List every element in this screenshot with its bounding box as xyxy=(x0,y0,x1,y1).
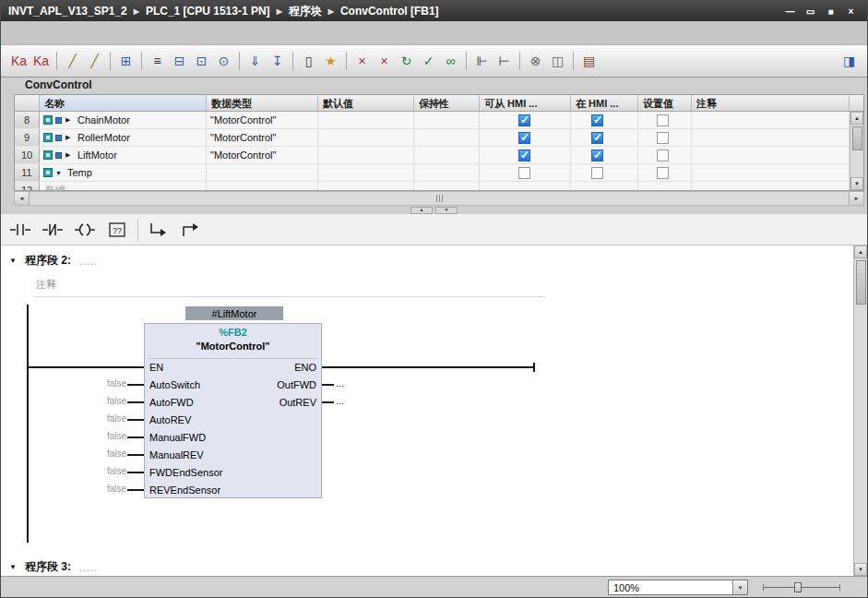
download-icon[interactable]: ⇓ xyxy=(244,51,266,72)
variable-datatype[interactable]: "MotorControl" xyxy=(207,112,318,128)
add-new-label[interactable]: 新增 xyxy=(43,184,64,191)
hmi-visible-checkbox[interactable] xyxy=(591,114,603,126)
zoom-slider[interactable] xyxy=(759,581,844,593)
keep-symbolic-operands-icon[interactable]: Ka xyxy=(30,51,52,72)
scroll-down-icon[interactable]: ▼ xyxy=(850,177,863,190)
setpoint-checkbox[interactable] xyxy=(657,114,669,126)
pin-input[interactable]: REVEndSensor xyxy=(149,482,220,499)
variable-name-cell[interactable]: ▶ ChainMotor xyxy=(40,112,207,128)
network-overview-icon[interactable]: ≡ xyxy=(147,51,168,72)
column-header-datatype[interactable]: 数据类型 xyxy=(207,95,318,111)
input-operand-value[interactable]: false xyxy=(84,394,126,409)
scroll-down-icon[interactable]: ▼ xyxy=(854,563,867,576)
maximize-icon[interactable]: ■ xyxy=(822,5,839,18)
comment-cell[interactable] xyxy=(692,164,850,181)
variable-name-cell[interactable]: 新增 xyxy=(40,182,207,190)
scroll-thumb[interactable] xyxy=(856,260,866,305)
variable-datatype[interactable]: "MotorControl" xyxy=(207,129,318,146)
scroll-thumb[interactable] xyxy=(852,126,862,150)
monitoring-icon[interactable]: ∞ xyxy=(440,51,461,72)
close-icon[interactable]: × xyxy=(842,5,860,18)
default-value-cell[interactable] xyxy=(318,147,414,163)
compare-icon[interactable]: ◫ xyxy=(547,51,568,72)
table-row[interactable]: 10 ▶ LiftMotor "MotorControl" xyxy=(15,147,850,164)
column-header-setpoint[interactable]: 设置值 xyxy=(638,95,692,111)
setpoint-checkbox[interactable] xyxy=(657,167,669,179)
call-structure-icon[interactable]: ⊢ xyxy=(493,51,515,72)
pin-output[interactable]: OutREV xyxy=(279,394,316,412)
restore-icon[interactable]: ▭ xyxy=(802,5,819,18)
network-collapse-icon[interactable]: ▼ xyxy=(9,563,17,571)
update-block-calls-icon[interactable]: ↻ xyxy=(396,51,417,72)
outrev-dangling[interactable]: ... xyxy=(336,395,344,406)
previous-error-icon[interactable]: × xyxy=(351,51,373,72)
table-row[interactable]: 9 ▶ RollerMotor "MotorControl" xyxy=(15,129,850,147)
scroll-right-icon[interactable]: ► xyxy=(849,192,863,205)
hmi-accessible-checkbox[interactable] xyxy=(518,114,530,126)
hmi-visible-checkbox[interactable] xyxy=(591,150,603,161)
default-value-cell[interactable] xyxy=(318,164,414,181)
scroll-up-icon[interactable]: ▲ xyxy=(850,112,863,125)
absolute-info-icon[interactable]: ⊩ xyxy=(471,51,493,72)
breadcrumb-block[interactable]: ConvControl [FB1] xyxy=(340,5,439,18)
column-header-retain[interactable]: 保持性 xyxy=(414,95,480,111)
scroll-track[interactable] xyxy=(30,195,849,202)
variable-name-cell[interactable]: ▶ LiftMotor xyxy=(40,147,207,163)
comment-cell[interactable] xyxy=(692,129,850,146)
close-branch-button[interactable] xyxy=(176,217,206,242)
retain-cell[interactable] xyxy=(414,164,480,181)
column-header-name[interactable]: 名称 xyxy=(40,95,207,111)
setpoint-checkbox[interactable] xyxy=(657,132,669,144)
table-horizontal-scrollbar[interactable]: ◄ ► xyxy=(14,191,864,206)
library-view-icon[interactable]: ▤ xyxy=(578,51,600,72)
instance-label[interactable]: #LiftMotor xyxy=(185,306,283,320)
default-value-cell[interactable] xyxy=(318,112,414,128)
table-row-add-new[interactable]: 12 新增 xyxy=(15,182,850,190)
pin-input[interactable]: AutoSwitch xyxy=(149,377,200,394)
variable-datatype[interactable] xyxy=(207,164,318,181)
expand-arrow-icon[interactable]: ▶ xyxy=(65,116,74,124)
rename-tag-icon[interactable]: ╱ xyxy=(62,51,83,72)
input-operand-value[interactable]: false xyxy=(84,464,126,479)
split-editor-space-icon[interactable]: ◨ xyxy=(838,51,860,72)
input-operand-value[interactable]: false xyxy=(84,412,126,426)
retain-cell[interactable] xyxy=(414,129,480,146)
table-row[interactable]: 8 ▶ ChainMotor "MotorControl" xyxy=(15,112,850,129)
network-2-header[interactable]: ▼ 程序段 2: ..... xyxy=(1,245,853,271)
hmi-visible-checkbox[interactable] xyxy=(591,167,603,179)
setpoint-checkbox[interactable] xyxy=(657,150,669,161)
expand-arrow-icon[interactable]: ▶ xyxy=(65,134,74,141)
pin-input[interactable]: AutoREV xyxy=(149,412,191,429)
open-branch-button[interactable] xyxy=(144,217,173,242)
zoom-slider-handle[interactable] xyxy=(794,582,802,592)
breadcrumb-program-blocks[interactable]: 程序块 xyxy=(289,4,322,19)
variable-datatype[interactable]: "MotorControl" xyxy=(207,147,318,163)
pin-input[interactable]: ManualREV xyxy=(149,447,204,464)
column-header-comment[interactable]: 注释 xyxy=(692,95,850,111)
network-comments-icon[interactable]: ⊙ xyxy=(213,51,234,72)
editor-canvas[interactable]: ▼ 程序段 2: ..... 注释 #LiftMotor %FB2 "Motor… xyxy=(1,245,853,576)
breadcrumb-project[interactable]: INVT_APL_V13_SP1_2 xyxy=(8,5,127,18)
input-operand-value[interactable]: false xyxy=(84,429,126,444)
network-3-header[interactable]: ▼ 程序段 3: ..... xyxy=(1,552,853,576)
column-header-hmi-visible[interactable]: 在 HMI ... xyxy=(571,95,638,111)
table-row-section-temp[interactable]: 11 ▼ Temp xyxy=(15,164,850,182)
rewire-tag-icon[interactable]: ╱ xyxy=(84,51,105,72)
pin-output[interactable]: OutFWD xyxy=(277,377,316,394)
network-2-comment[interactable]: 注释 xyxy=(1,271,853,296)
favorites-icon[interactable]: ★ xyxy=(320,51,341,72)
outfwd-dangling[interactable]: ... xyxy=(336,377,344,389)
hmi-accessible-checkbox[interactable] xyxy=(518,150,530,161)
retain-cell[interactable] xyxy=(414,112,480,128)
zoom-dropdown-icon[interactable]: ▼ xyxy=(732,580,747,594)
input-operand-value[interactable]: false xyxy=(84,377,126,391)
comment-cell[interactable] xyxy=(692,147,850,163)
network-3-comment-dots[interactable]: ..... xyxy=(79,562,98,573)
scroll-left-icon[interactable]: ◄ xyxy=(15,192,30,205)
scroll-up-icon[interactable]: ▲ xyxy=(854,245,867,258)
zoom-select[interactable]: 100% ▼ xyxy=(608,580,748,595)
input-operand-value[interactable]: false xyxy=(84,447,126,461)
pin-input[interactable]: AutoFWD xyxy=(149,394,194,412)
pin-input[interactable]: FWDEndSensor xyxy=(149,464,222,482)
upload-icon[interactable]: ↧ xyxy=(267,51,288,72)
